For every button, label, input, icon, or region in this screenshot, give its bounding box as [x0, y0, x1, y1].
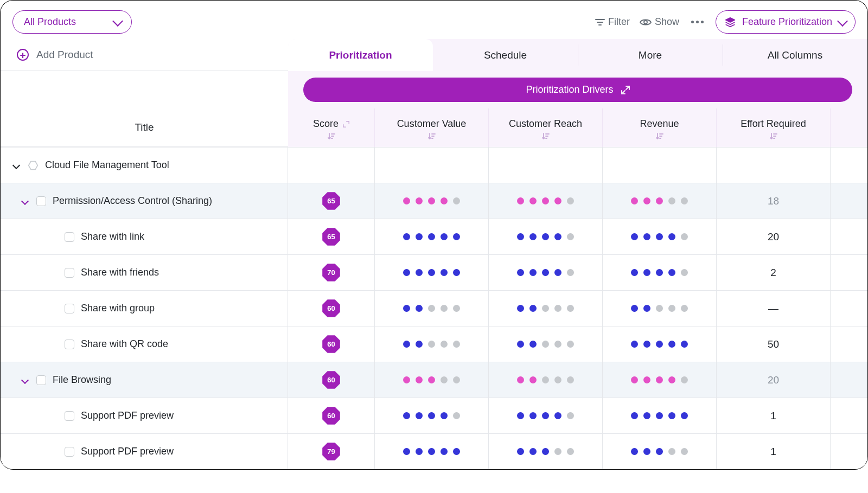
- view-selector[interactable]: Feature Prioritization: [716, 10, 856, 34]
- driver-rating[interactable]: [517, 412, 574, 419]
- score-badge: 60: [322, 407, 341, 425]
- driver-rating[interactable]: [403, 269, 460, 276]
- score-badge: 65: [322, 228, 341, 246]
- table-row: Cloud File Management Tool: [1, 147, 867, 183]
- row-title: Support PDF preview: [81, 446, 174, 457]
- driver-rating[interactable]: [403, 376, 460, 383]
- score-badge: 65: [322, 192, 341, 210]
- layers-icon: [725, 17, 736, 28]
- row-checkbox[interactable]: [65, 232, 74, 242]
- driver-rating[interactable]: [403, 412, 460, 419]
- column-header-revenue[interactable]: Revenue: [603, 108, 717, 147]
- driver-rating[interactable]: [403, 233, 460, 240]
- driver-rating[interactable]: [631, 233, 688, 240]
- table-row: Permission/Access Control (Sharing)6518: [1, 183, 867, 219]
- table-row: Share with group60—: [1, 290, 867, 326]
- sort-icon: [770, 133, 777, 139]
- column-header-score[interactable]: Score: [288, 108, 375, 147]
- chevron-down-icon[interactable]: [21, 376, 29, 383]
- chevron-down-icon[interactable]: [21, 197, 29, 204]
- more-menu-button[interactable]: [689, 21, 706, 23]
- column-header-customer-reach[interactable]: Customer Reach: [489, 108, 603, 147]
- prioritization-drivers-button[interactable]: Prioritization Drivers: [303, 78, 852, 102]
- effort-value[interactable]: 20: [717, 219, 831, 254]
- tab-more[interactable]: More: [578, 39, 723, 71]
- score-badge: 79: [322, 443, 341, 461]
- score-badge: 60: [322, 299, 341, 318]
- row-checkbox[interactable]: [65, 447, 74, 457]
- column-header-customer-value[interactable]: Customer Value: [375, 108, 489, 147]
- driver-rating[interactable]: [631, 412, 688, 419]
- effort-value[interactable]: 1: [717, 434, 831, 469]
- row-title: Share with group: [81, 303, 155, 314]
- row-title: Cloud File Management Tool: [45, 159, 169, 171]
- row-checkbox[interactable]: [36, 196, 46, 206]
- row-title: Support PDF preview: [81, 410, 174, 421]
- table-row: File Browsing6020: [1, 362, 867, 398]
- row-checkbox[interactable]: [65, 268, 74, 278]
- row-title: Share with QR code: [81, 338, 168, 350]
- effort-value[interactable]: 50: [717, 326, 831, 362]
- sort-icon: [428, 133, 436, 139]
- tab-schedule[interactable]: Schedule: [433, 39, 578, 71]
- driver-rating[interactable]: [403, 341, 460, 348]
- table-row: Share with QR code6050: [1, 326, 867, 362]
- driver-rating[interactable]: [517, 376, 574, 383]
- driver-rating[interactable]: [631, 341, 688, 348]
- eye-icon: [640, 18, 652, 27]
- driver-rating[interactable]: [403, 448, 460, 455]
- product-selector[interactable]: All Products: [12, 10, 132, 34]
- driver-rating[interactable]: [631, 376, 688, 383]
- effort-value[interactable]: 20: [717, 362, 831, 398]
- driver-rating[interactable]: [517, 269, 574, 276]
- row-title: Share with friends: [81, 267, 159, 278]
- column-header-title[interactable]: Title: [1, 108, 288, 147]
- svg-marker-19: [29, 161, 38, 169]
- effort-value[interactable]: —: [717, 291, 831, 326]
- chevron-down-icon[interactable]: [12, 161, 20, 169]
- driver-rating[interactable]: [517, 305, 574, 312]
- driver-rating[interactable]: [631, 197, 688, 204]
- product-selector-label: All Products: [24, 16, 76, 28]
- effort-value[interactable]: 2: [717, 255, 831, 290]
- add-product-button[interactable]: + Add Product: [1, 39, 288, 71]
- tab-prioritization[interactable]: Prioritization: [288, 39, 433, 71]
- filter-icon: [595, 18, 605, 26]
- sort-icon: [328, 133, 335, 139]
- row-title: Share with link: [81, 231, 144, 242]
- driver-rating[interactable]: [403, 197, 460, 204]
- driver-rating[interactable]: [517, 341, 574, 348]
- show-button[interactable]: Show: [640, 16, 679, 28]
- svg-point-3: [644, 21, 647, 24]
- effort-value[interactable]: 1: [717, 398, 831, 433]
- table-row: Share with link6520: [1, 219, 867, 254]
- row-checkbox[interactable]: [65, 304, 74, 313]
- view-selector-label: Feature Prioritization: [742, 16, 832, 28]
- driver-rating[interactable]: [631, 448, 688, 455]
- table-row: Support PDF preview791: [1, 433, 867, 469]
- driver-rating[interactable]: [517, 197, 574, 204]
- chevron-down-icon: [837, 16, 848, 27]
- sort-icon: [656, 133, 663, 139]
- filter-button[interactable]: Filter: [595, 16, 630, 28]
- row-title: Permission/Access Control (Sharing): [53, 195, 212, 207]
- driver-rating[interactable]: [631, 305, 688, 312]
- row-checkbox[interactable]: [65, 340, 74, 349]
- table-row: Share with friends702: [1, 254, 867, 290]
- driver-rating[interactable]: [631, 269, 688, 276]
- plus-circle-icon: +: [17, 49, 29, 61]
- driver-rating[interactable]: [517, 233, 574, 240]
- chevron-down-icon: [112, 16, 123, 27]
- score-badge: 60: [322, 335, 341, 354]
- driver-rating[interactable]: [403, 305, 460, 312]
- score-badge: 70: [322, 264, 341, 282]
- expand-icon: [343, 121, 349, 127]
- row-checkbox[interactable]: [36, 375, 46, 385]
- tab-all-columns[interactable]: All Columns: [723, 39, 867, 71]
- effort-value[interactable]: 18: [717, 183, 831, 219]
- driver-rating[interactable]: [517, 448, 574, 455]
- hexagon-icon: [28, 160, 39, 171]
- column-header-effort[interactable]: Effort Required: [717, 108, 831, 147]
- row-checkbox[interactable]: [65, 411, 74, 421]
- expand-icon: [621, 86, 630, 94]
